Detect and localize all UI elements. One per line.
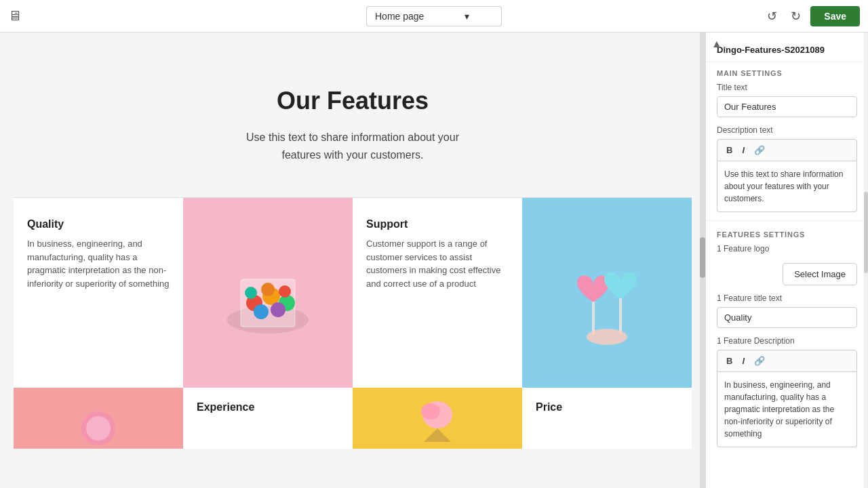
panel-collapse-button[interactable]: ▲ xyxy=(711,38,722,50)
right-panel: ▲ Dingo-Features-S2021089 MAIN SETTINGS … xyxy=(705,33,868,488)
candy-illustration xyxy=(220,239,315,347)
features-header: Our Features Use this text to share info… xyxy=(14,60,692,197)
canvas-scrollbar[interactable] xyxy=(700,33,705,488)
panel-scrollbar-thumb xyxy=(864,192,868,273)
feature-bold-button[interactable]: B xyxy=(723,354,736,367)
feature-link-button[interactable]: 🔗 xyxy=(751,354,768,367)
page-selector-label: Home page xyxy=(375,11,424,22)
svg-point-14 xyxy=(86,416,111,441)
canvas-scrollbar-thumb xyxy=(700,237,705,278)
features-bottom-grid: Experience Price xyxy=(14,388,692,449)
app-header: 🖥 Home page ▾ ↺ ↻ Save xyxy=(0,0,868,33)
section-name: Dingo-Features-S2021089 xyxy=(706,38,868,62)
canvas-area[interactable]: Our Features Use this text to share info… xyxy=(0,33,705,488)
description-text-label: Description text xyxy=(706,125,868,139)
main-layout: Our Features Use this text to share info… xyxy=(0,33,868,488)
feature-cell-pink xyxy=(14,388,183,449)
feature-cell-support: Support Customer support is a range of c… xyxy=(353,198,522,388)
feature-cell-quality: Quality In business, engineering, and ma… xyxy=(14,198,183,388)
feature-cell-icecream xyxy=(353,388,522,449)
feature-desc-rich-toolbar: B I 🔗 xyxy=(717,350,857,372)
svg-point-16 xyxy=(421,403,440,420)
feature-italic-button[interactable]: I xyxy=(738,354,748,367)
price-title: Price xyxy=(536,401,678,413)
svg-point-9 xyxy=(279,285,291,298)
panel-divider-1 xyxy=(706,220,868,221)
italic-button[interactable]: I xyxy=(738,144,748,157)
lollipop-illustration xyxy=(556,225,658,361)
svg-point-12 xyxy=(587,329,627,345)
header-right: ↺ ↻ Save xyxy=(763,6,860,26)
pink-bottom-illustration xyxy=(71,394,125,449)
feature-title-input[interactable] xyxy=(717,307,857,328)
feature-title-text-label: 1 Feature title text xyxy=(706,293,868,307)
save-button[interactable]: Save xyxy=(810,6,860,26)
features-top-grid: Quality In business, engineering, and ma… xyxy=(14,197,692,388)
header-center: Home page ▾ xyxy=(366,6,502,26)
feature-cell-experience: Experience xyxy=(183,388,353,449)
panel-scrollbar[interactable] xyxy=(864,33,868,488)
feature-cell-candy xyxy=(183,198,353,388)
description-text-area[interactable]: Use this text to share information about… xyxy=(717,161,857,212)
experience-title: Experience xyxy=(197,401,339,413)
svg-point-7 xyxy=(261,283,275,296)
svg-point-8 xyxy=(245,287,257,299)
description-rich-toolbar: B I 🔗 xyxy=(717,139,857,161)
page-selector-dropdown[interactable]: Home page ▾ xyxy=(366,6,502,26)
link-button[interactable]: 🔗 xyxy=(751,144,768,157)
dropdown-chevron-icon: ▾ xyxy=(465,11,469,22)
svg-point-5 xyxy=(254,304,269,319)
title-text-label: Title text xyxy=(706,83,868,96)
svg-marker-17 xyxy=(424,428,451,442)
features-settings-header: FEATURES SETTINGS xyxy=(706,224,868,244)
quality-text: In business, engineering, and manufactur… xyxy=(27,237,170,290)
support-text: Customer support is a range of customer … xyxy=(366,237,509,290)
main-settings-header: MAIN SETTINGS xyxy=(706,62,868,83)
support-title: Support xyxy=(366,218,509,230)
description-line1: Use this text to share information about… xyxy=(246,131,459,143)
canvas-description: Use this text to share information about… xyxy=(27,129,678,163)
select-image-button[interactable]: Select Image xyxy=(783,263,857,285)
header-left: 🖥 xyxy=(8,8,22,24)
feature-description-area[interactable]: In business, engineering, and manufactur… xyxy=(717,372,857,447)
monitor-icon: 🖥 xyxy=(8,8,22,24)
feature-cell-lollipop xyxy=(522,198,692,388)
feature-logo-label: 1 Feature logo xyxy=(706,244,868,258)
icecream-illustration xyxy=(410,391,465,445)
description-line2: features with your customers. xyxy=(282,149,424,161)
undo-button[interactable]: ↺ xyxy=(763,6,781,26)
bold-button[interactable]: B xyxy=(723,144,736,157)
feature-description-label: 1 Feature Description xyxy=(706,336,868,350)
redo-button[interactable]: ↻ xyxy=(787,6,805,26)
canvas-title: Our Features xyxy=(27,87,678,115)
title-text-input[interactable] xyxy=(717,96,857,117)
feature-cell-price: Price xyxy=(522,388,692,449)
canvas-content: Our Features Use this text to share info… xyxy=(0,33,705,488)
svg-point-6 xyxy=(271,302,285,317)
quality-title: Quality xyxy=(27,218,170,230)
